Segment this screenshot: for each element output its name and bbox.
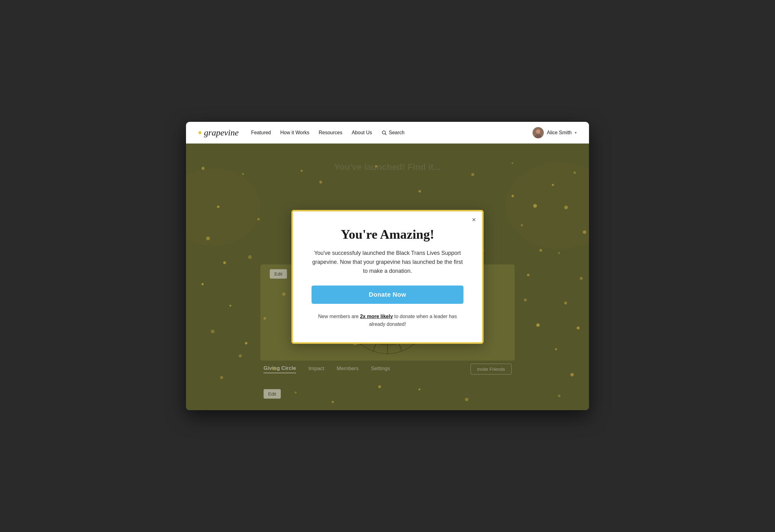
- navbar: grapevine Featured How it Works Resource…: [186, 122, 589, 143]
- avatar-image: [533, 127, 544, 138]
- modal-dialog: × You're Amazing! You've successfuly lau…: [291, 210, 484, 344]
- logo-text: grapevine: [204, 128, 239, 138]
- modal-body-text: You've successfuly launched the Black Tr…: [311, 248, 464, 275]
- nav-links: Featured How it Works Resources About Us…: [251, 130, 533, 135]
- user-name: Alice Smith: [547, 130, 572, 135]
- search-icon: [381, 130, 387, 135]
- modal-title: You're Amazing!: [311, 227, 464, 242]
- avatar: [533, 127, 544, 138]
- modal-footer-text: New members are 2x more likely to donate…: [311, 313, 464, 328]
- nav-featured[interactable]: Featured: [251, 130, 271, 135]
- donate-now-button[interactable]: Donate Now: [311, 286, 464, 304]
- modal-footer-prefix: New members are: [318, 314, 360, 319]
- search-label: Search: [389, 130, 405, 135]
- svg-line-1: [385, 134, 386, 135]
- modal-footer-highlight: 2x more likely: [360, 314, 393, 319]
- user-menu[interactable]: Alice Smith ▾: [533, 127, 577, 138]
- nav-how-it-works[interactable]: How it Works: [280, 130, 309, 135]
- search-button[interactable]: Search: [381, 130, 405, 135]
- nav-resources[interactable]: Resources: [319, 130, 342, 135]
- logo-dot: [198, 131, 201, 134]
- modal-close-button[interactable]: ×: [472, 216, 476, 223]
- svg-point-0: [382, 131, 385, 134]
- main-content: You've launched! Find it...: [186, 143, 589, 410]
- chevron-down-icon: ▾: [575, 130, 577, 135]
- browser-frame: grapevine Featured How it Works Resource…: [186, 122, 589, 410]
- svg-point-3: [536, 129, 540, 134]
- modal-overlay: × You're Amazing! You've successfuly lau…: [186, 143, 589, 410]
- nav-about-us[interactable]: About Us: [351, 130, 372, 135]
- logo[interactable]: grapevine: [198, 128, 239, 138]
